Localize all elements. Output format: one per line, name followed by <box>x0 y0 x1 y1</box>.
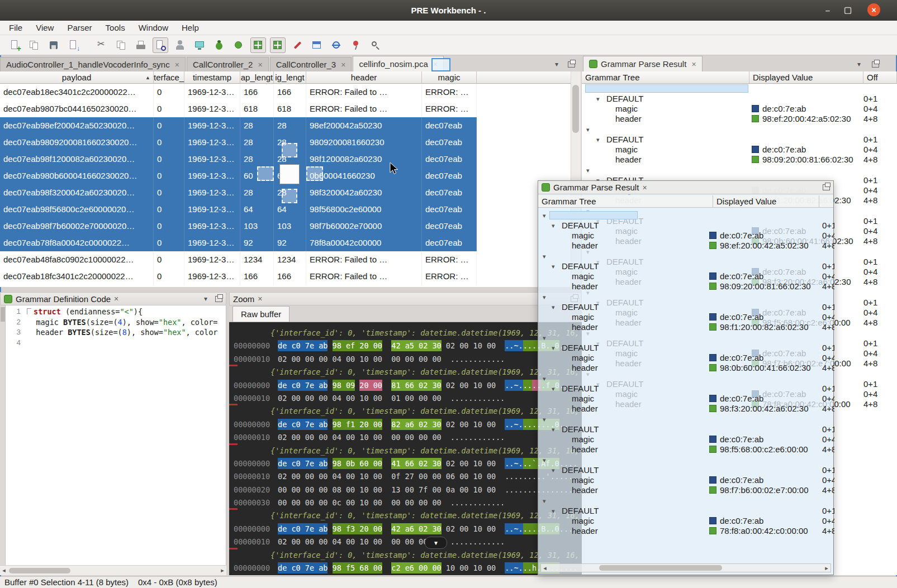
debug-button[interactable] <box>211 37 227 53</box>
tab-list-chevron-icon[interactable]: ▾ <box>555 60 558 68</box>
tab-callcontroller-3[interactable]: CallController_3× <box>270 57 352 71</box>
table-row[interactable]: dec07eab78f8a00042c0000022…01969-12-3…92… <box>0 235 477 251</box>
tab-grammar-parse-result[interactable]: Grammar Parse Result × <box>583 56 703 71</box>
tab-close-icon[interactable]: × <box>341 60 345 69</box>
chevron-down-icon[interactable]: ▾ <box>543 496 546 506</box>
parse-header-row[interactable]: header98:09:20:00:81:66:02:304+8 <box>538 281 834 291</box>
table-row[interactable]: dec07eab9807bc0441650230020…01969-12-3…6… <box>0 101 477 117</box>
scrollbar-thumb[interactable] <box>599 565 722 571</box>
hex-line[interactable]: 00000000de c0 7e ab 98 f3 20 00 42 a6 02… <box>234 523 582 536</box>
copy-button[interactable] <box>113 37 129 53</box>
chevron-down-icon[interactable]: ▾ <box>543 455 546 465</box>
hex-line[interactable]: 00000000de c0 7e ab 98 f1 20 00 82 a6 02… <box>234 418 582 431</box>
code-hscrollbar[interactable]: ◂ ▸ <box>0 565 226 575</box>
scrollbar-thumb[interactable] <box>9 568 70 573</box>
parse-grid-button[interactable] <box>270 37 286 53</box>
hex-line[interactable]: 0000001002 00 00 00 04 00 10 00 00 00 00… <box>234 353 582 366</box>
parse-root-row[interactable]: ▾ <box>538 414 834 424</box>
parse-root-row[interactable]: ▾ <box>538 374 834 384</box>
parse-header-row[interactable]: header98:f5:68:00:c2:e6:00:004+8 <box>538 444 834 455</box>
code-strip-handle[interactable] <box>1 307 5 322</box>
chevron-down-icon[interactable]: ▾ <box>552 302 555 312</box>
parse-default-row[interactable]: ▾DEFAULT0+1 <box>538 424 834 434</box>
floating-column-0[interactable]: Grammar Tree <box>538 195 713 207</box>
column-header-payload[interactable]: payload▲ <box>0 71 154 84</box>
tab-raw-buffer[interactable]: Raw buffer <box>232 306 289 322</box>
tab-cellinfo-nosim-pca[interactable]: cellinfo_nosim.pca× <box>353 56 444 71</box>
parse-root-row[interactable]: ▾ <box>538 251 834 261</box>
hex-line[interactable]: 00000000de c0 7e ab 98 ef 20 00 42 a5 02… <box>234 340 582 352</box>
menu-file[interactable]: File <box>2 21 29 35</box>
column-header-terface[interactable]: terface_ <box>154 71 184 84</box>
parse-magic-row[interactable]: magicde:c0:7e:ab0+4 <box>538 231 834 241</box>
parse-root-row[interactable]: ▾ <box>582 84 897 94</box>
scroll-right-icon[interactable]: ▸ <box>219 567 226 574</box>
parse-header-row[interactable]: header98:ef:20:00:42:a5:02:304+8 <box>538 241 834 251</box>
chevron-down-icon[interactable]: ▾ <box>552 384 555 394</box>
table-row[interactable]: dec07eab9809200081660230020…01969-12-3…2… <box>0 134 477 151</box>
window-button[interactable] <box>309 37 325 53</box>
table-row[interactable]: dec07eab980b600041660230020…01969-12-3…6… <box>0 168 477 184</box>
hex-line[interactable]: 00000000de c0 7e ab 98 09 20 00 81 66 02… <box>234 379 582 392</box>
chevron-down-icon[interactable]: ▾ <box>596 135 600 145</box>
table-row[interactable]: dec07eab18ec3401c2c20000022…01969-12-3…1… <box>0 84 477 101</box>
table-row[interactable]: dec07eab48fa8c0902c10000022…01969-12-3…1… <box>0 251 477 268</box>
parse-root-row[interactable]: ▾ <box>538 455 834 465</box>
tab-audiocontroller-1-handlevocoderinfo-sync[interactable]: AudioController_1_handleVocoderInfo_sync… <box>0 57 186 71</box>
parse-root-row[interactable]: ▾ <box>538 292 834 302</box>
code-panel-chevron-icon[interactable]: ▾ <box>204 295 207 303</box>
minimize-button[interactable]: – <box>821 3 834 17</box>
parse-magic-row[interactable]: magicde:c0:7e:ab0+4 <box>582 104 897 114</box>
menu-parser[interactable]: Parser <box>60 21 98 35</box>
parse-magic-row[interactable]: magicde:c0:7e:ab0+4 <box>538 271 834 281</box>
print-button[interactable] <box>133 37 149 53</box>
chevron-down-icon[interactable]: ▾ <box>586 165 590 175</box>
scrollbar-thumb[interactable] <box>572 85 579 133</box>
maximize-button[interactable]: ▢ <box>841 3 855 17</box>
hex-line[interactable]: 0000002000 00 00 00 08 00 10 00 13 00 7f… <box>234 484 582 496</box>
hex-line[interactable]: 0000003000 00 00 00 0c 00 10 00 00 00 00… <box>234 496 582 509</box>
zoom-panel-header[interactable]: Zoom × <box>229 292 582 305</box>
parse-header-row[interactable]: header98:ef:20:00:42:a5:02:304+8 <box>582 114 897 124</box>
chevron-down-icon[interactable]: ▾ <box>552 221 555 231</box>
scroll-down-pill[interactable]: ▼ <box>425 537 447 549</box>
parse-root-row[interactable]: ▾ <box>582 165 897 175</box>
save-button[interactable] <box>46 37 61 53</box>
hex-line[interactable]: 0000001002 00 00 00 04 00 10 00 00 00 00… <box>234 536 582 548</box>
column-header-aplengt[interactable]: ap_lengt <box>240 71 274 84</box>
parse-default-row[interactable]: ▾DEFAULT0+1 <box>538 343 834 353</box>
floating-window-detach-icon[interactable] <box>823 184 830 190</box>
search-button[interactable] <box>368 37 383 53</box>
parse-default-row[interactable]: ▾DEFAULT0+1 <box>538 506 834 516</box>
title-bar[interactable]: PRE Workbench - . – ▢ × <box>0 0 897 21</box>
hex-line[interactable]: 0000001002 00 00 00 04 00 10 00 00 00 00… <box>234 431 582 444</box>
tab-close-icon[interactable]: × <box>258 60 262 69</box>
chevron-down-icon[interactable]: ▾ <box>586 125 590 135</box>
parse-magic-row[interactable]: magicde:c0:7e:ab0+4 <box>538 394 834 404</box>
table-row[interactable]: dec07eab98f1200082a60230020…01969-12-3…2… <box>0 151 477 168</box>
column-header-header[interactable]: header <box>306 71 422 84</box>
table-row[interactable]: dec07eab98ef200042a50230020…01969-12-3…2… <box>0 117 477 134</box>
code-panel-header[interactable]: Grammar Definition Code × ▾ <box>0 292 226 305</box>
tab-close-icon[interactable]: × <box>175 60 179 69</box>
floating-hscrollbar[interactable]: ◂ ▸ <box>540 563 831 572</box>
table-row[interactable]: dec07eab98f56800c2e60000020…01969-12-3…6… <box>0 201 477 218</box>
import-button[interactable]: ↓ <box>65 37 81 53</box>
floating-column-1[interactable]: Displayed Value <box>713 195 819 207</box>
parse-default-row[interactable]: ▾DEFAULT0+1 <box>582 94 897 104</box>
fold-bracket-icon[interactable] <box>27 308 31 314</box>
preview-button[interactable] <box>153 37 168 53</box>
parse-root-row[interactable]: ▾ <box>582 125 897 135</box>
user-button[interactable] <box>172 37 188 53</box>
parse-header-row[interactable]: header98:09:20:00:81:66:02:304+8 <box>582 155 897 165</box>
hex-line[interactable]: 0000001002 00 00 00 04 00 10 00 0f 27 00… <box>234 470 582 483</box>
chevron-down-icon[interactable]: ▾ <box>552 261 555 271</box>
table-row[interactable]: dec07eab98f7b60002e70000020…01969-12-3…1… <box>0 218 477 235</box>
parse-header-row[interactable]: header78:f8:a0:00:42:c0:00:004+8 <box>538 526 834 536</box>
chevron-down-icon[interactable]: ▾ <box>543 292 546 302</box>
parse-default-row[interactable]: ▾DEFAULT0+1 <box>538 221 834 231</box>
parse-column-2[interactable]: Off <box>863 71 897 84</box>
parse-root-row[interactable]: ▾ <box>538 211 834 221</box>
pin-button[interactable] <box>348 37 364 53</box>
column-header-timestamp[interactable]: timestamp <box>184 71 240 84</box>
